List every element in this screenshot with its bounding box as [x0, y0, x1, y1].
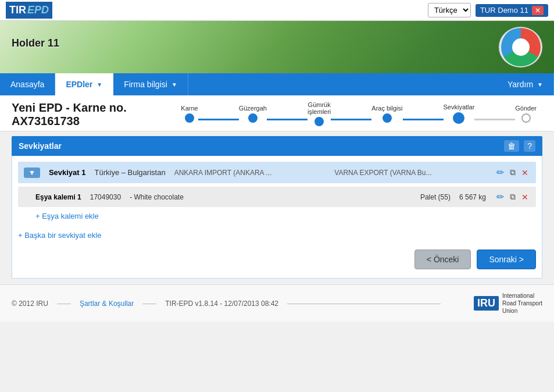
- footer-sep-2: ——: [142, 300, 156, 308]
- step-arac: Araç bilgisi: [371, 105, 402, 123]
- step-gonder-label: Gönder: [515, 105, 537, 112]
- footer-iru: IRU International Road Transport Union: [474, 292, 542, 315]
- step-karne: Karne: [181, 105, 198, 123]
- user-badge: TUR Demo 11 ✕: [476, 4, 548, 17]
- section-title: Sevkiyatlar: [19, 141, 62, 151]
- step-gumruk-label: Gümrükişlemleri: [308, 101, 331, 115]
- step-gumruk-dot: [314, 117, 324, 126]
- step-karne-label: Karne: [181, 105, 198, 112]
- tobb-logo: [499, 27, 542, 67]
- step-gonder: Gönder: [515, 105, 537, 123]
- holder-label: Holder 11: [12, 37, 59, 49]
- prev-button[interactable]: < Önceki: [414, 250, 471, 269]
- footer-sep-3: ——————————————————————: [287, 300, 441, 308]
- step-karne-dot: [185, 113, 194, 123]
- shipment-route: Türkiye – Bulgaristan: [95, 168, 166, 177]
- footer-sep-1: ——: [57, 300, 71, 308]
- shipment-to: VARNA EXPORT (VARNA Bu...: [334, 169, 486, 177]
- step-sevkiyatlar: Sevkiyatlar: [444, 104, 475, 124]
- step-sevkiyatlar-dot: [453, 112, 464, 124]
- goods-code: 17049030: [90, 193, 121, 201]
- main-content: Sevkiyatlar 🗑 ? ▼ Sevkiyat 1 Türkiye – B…: [0, 131, 554, 284]
- goods-label: Eşya kalemi 1: [35, 193, 81, 201]
- goods-edit-button[interactable]: ✏: [495, 191, 506, 203]
- section-header: Sevkiyatlar 🗑 ?: [12, 136, 542, 156]
- next-button[interactable]: Sonraki >: [477, 250, 536, 269]
- footer-left: © 2012 IRU —— Şartlar & Koşullar —— TIR-…: [12, 300, 441, 308]
- add-goods-link[interactable]: + Eşya kalemi ekle: [18, 209, 536, 223]
- footer-version: TIR-EPD v1.8.14 - 12/07/2013 08:42: [165, 300, 278, 308]
- top-right: Türkçe TUR Demo 11 ✕: [428, 3, 548, 17]
- step-guzergah-dot: [248, 113, 258, 123]
- goods-weight: 6 567 kg: [459, 193, 486, 201]
- nav-epdler[interactable]: EPDler ▼: [55, 73, 113, 95]
- shipment-copy-button[interactable]: ⧉: [508, 167, 517, 178]
- goods-type: Palet (55): [420, 193, 451, 201]
- iru-box: IRU: [474, 296, 499, 311]
- step-arac-label: Araç bilgisi: [371, 105, 402, 112]
- footer-copyright: © 2012 IRU: [12, 300, 48, 308]
- shipment-delete-button[interactable]: ✕: [520, 168, 530, 178]
- step-gumruk: Gümrükişlemleri: [308, 101, 331, 126]
- logo-area: TIR EPD: [6, 2, 52, 19]
- banner-road-bg: [0, 21, 554, 73]
- page-title: Yeni EPD - Karne no. AX73161738: [12, 101, 181, 128]
- step-guzergah-label: Güzergah: [239, 105, 267, 112]
- goods-row: Eşya kalemi 1 17049030 - White chocolate…: [18, 187, 536, 207]
- goods-copy-button[interactable]: ⧉: [508, 191, 517, 202]
- connector-2: [267, 119, 308, 120]
- logo-epd: EPD: [27, 4, 49, 16]
- goods-delete-button[interactable]: ✕: [520, 192, 530, 202]
- shipment-row-icons: ✏ ⧉ ✕: [495, 166, 530, 179]
- tobb-inner: [512, 38, 530, 56]
- goods-desc: - White chocolate: [130, 193, 412, 201]
- top-bar: TIR EPD Türkçe TUR Demo 11 ✕: [0, 0, 554, 21]
- epdler-chevron-icon: ▼: [96, 81, 102, 88]
- connector-5: [474, 119, 515, 120]
- connector-4: [403, 119, 444, 120]
- step-guzergah: Güzergah: [239, 105, 267, 123]
- yardim-chevron-icon: ▼: [537, 81, 543, 88]
- step-gonder-dot: [521, 113, 531, 123]
- shipment-row: ▼ Sevkiyat 1 Türkiye – Bulgaristan ANKAR…: [18, 162, 536, 183]
- step-arac-dot: [383, 113, 392, 123]
- nav-bar: Anasayfa EPDler ▼ Firma bilgisi ▼ Yardım…: [0, 73, 554, 95]
- section-body: ▼ Sevkiyat 1 Türkiye – Bulgaristan ANKAR…: [12, 156, 542, 279]
- shipment-edit-button[interactable]: ✏: [495, 166, 506, 179]
- delete-section-button[interactable]: 🗑: [504, 140, 519, 152]
- logo-tir: TIR: [9, 4, 26, 16]
- footer-terms-link[interactable]: Şartlar & Koşullar: [80, 300, 134, 308]
- tobb-circle: [501, 27, 541, 67]
- goods-row-icons: ✏ ⧉ ✕: [495, 191, 530, 203]
- nav-anasayfa[interactable]: Anasayfa: [0, 73, 55, 95]
- nav-buttons: < Önceki Sonraki >: [18, 241, 536, 272]
- shipment-from: ANKARA IMPORT (ANKARA ...: [174, 169, 326, 177]
- steps-row: Karne Güzergah Gümrükişlemleri Araç bilg…: [181, 101, 542, 126]
- add-shipment-link[interactable]: + Başka bir sevkiyat ekle: [18, 227, 536, 241]
- help-button[interactable]: ?: [524, 140, 535, 152]
- connector-3: [331, 119, 371, 120]
- shipment-title: Sevkiyat 1: [49, 168, 86, 177]
- step-sevkiyatlar-label: Sevkiyatlar: [444, 104, 475, 111]
- nav-firma-bilgisi[interactable]: Firma bilgisi ▼: [113, 73, 188, 95]
- firma-chevron-icon: ▼: [171, 81, 177, 88]
- shipment-toggle-button[interactable]: ▼: [24, 168, 40, 178]
- footer: © 2012 IRU —— Şartlar & Koşullar —— TIR-…: [0, 284, 554, 322]
- banner: Holder 11: [0, 21, 554, 73]
- iru-logo: IRU International Road Transport Union: [474, 292, 542, 315]
- user-label: TUR Demo 11: [480, 6, 528, 15]
- nav-yardim[interactable]: Yardım ▼: [497, 73, 554, 95]
- iru-text: International Road Transport Union: [502, 292, 542, 315]
- section-header-icons: 🗑 ?: [504, 140, 535, 152]
- language-select[interactable]: Türkçe: [428, 3, 471, 17]
- close-button[interactable]: ✕: [532, 6, 544, 15]
- logo: TIR EPD: [6, 2, 52, 19]
- connector-1: [198, 119, 239, 120]
